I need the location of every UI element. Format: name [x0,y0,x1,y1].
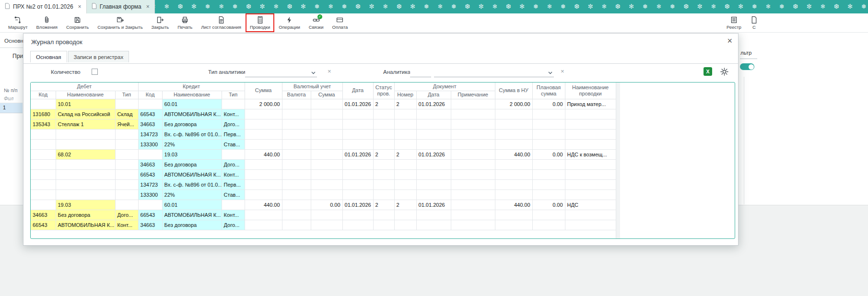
cell-cur_sum[interactable] [311,149,342,159]
cell-doc_date[interactable] [416,129,451,139]
cell-d_code[interactable] [31,189,56,200]
cell-sum[interactable] [245,220,282,230]
cell-cur[interactable] [282,99,311,109]
cell-status[interactable] [373,159,394,169]
cell-cur_sum[interactable] [311,220,342,230]
toolbar-button-registry[interactable]: Реестр [722,13,746,32]
cell-doc_note[interactable] [451,109,495,119]
cell-c_type[interactable]: Перв... [222,179,245,189]
cell-d_code[interactable] [31,159,56,169]
cell-sum[interactable]: 2 000.00 [245,99,282,109]
cell-c_code[interactable]: 66543 [138,109,162,119]
cell-d_type[interactable]: Дого... [115,210,138,220]
cell-sum_nu[interactable] [495,109,532,119]
cell-sum_nu[interactable] [495,119,532,129]
toolbar-button-document[interactable]: С [746,13,762,32]
cell-status[interactable] [373,210,394,220]
cell-doc_date[interactable]: 01.01.2026 [416,149,451,159]
cell-c_type[interactable]: Дого... [222,220,245,230]
cell-d_type[interactable] [115,99,138,109]
cell-name[interactable] [565,119,616,129]
cell-d_type[interactable]: Конт... [115,220,138,230]
toolbar-button-postings[interactable]: Проводки [246,13,274,32]
toolbar-button-print[interactable]: Печать [173,13,197,32]
cell-doc_note[interactable] [451,149,495,159]
analytics-code-input[interactable] [410,68,431,77]
posting-row[interactable]: 131680Склад на РоссийскойСклад66543АВТОМ… [31,109,616,119]
posting-row[interactable]: 66543АВТОМОБИЛЬНАЯ К...Конт... [31,169,616,179]
cell-plan_sum[interactable] [532,139,565,149]
cell-name[interactable] [565,220,616,230]
posting-row[interactable]: 34663Без договораДого... [31,159,616,169]
cell-status[interactable] [373,109,394,119]
cell-cur[interactable] [282,210,311,220]
cell-c_name[interactable]: 60.01 [162,99,222,109]
cell-name[interactable] [565,210,616,220]
cell-date[interactable] [342,220,373,230]
cell-c_type[interactable]: Дого... [222,119,245,129]
cell-sum[interactable]: 440.00 [245,149,282,159]
background-selected-row[interactable]: 1 [0,103,23,113]
cell-d_code[interactable] [31,99,56,109]
cell-plan_sum[interactable]: 0.00 [532,99,565,109]
cell-cur_sum[interactable] [311,129,342,139]
cell-d_type[interactable] [115,159,138,169]
cell-c_name[interactable]: АВТОМОБИЛЬНАЯ К... [162,169,222,179]
cell-status[interactable] [373,119,394,129]
cell-doc_date[interactable] [416,109,451,119]
cell-cur[interactable] [282,149,311,159]
cell-sum[interactable] [245,169,282,179]
cell-doc_num[interactable] [394,179,416,189]
cell-d_name[interactable] [56,169,115,179]
cell-c_code[interactable]: 66543 [138,210,162,220]
posting-row[interactable]: 19.0360.01440.000.0001.01.20262201.01.20… [31,200,616,210]
cell-plan_sum[interactable] [532,119,565,129]
cell-sum[interactable] [245,210,282,220]
cell-cur[interactable] [282,189,311,200]
cell-c_name[interactable]: АВТОМОБИЛЬНАЯ К... [162,210,222,220]
cell-doc_num[interactable] [394,159,416,169]
toolbar-button-save-close[interactable]: Сохранить и Закрыть [93,13,147,32]
cell-d_type[interactable] [115,139,138,149]
cell-sum_nu[interactable] [495,210,532,220]
cell-doc_note[interactable] [451,129,495,139]
dialog-close-icon[interactable]: × [727,36,732,46]
vertical-scrollbar[interactable] [616,83,620,238]
cell-c_type[interactable]: Перв... [222,129,245,139]
cell-cur_sum[interactable]: 0.00 [311,200,342,210]
cell-d_name[interactable] [56,129,115,139]
cell-d_name[interactable]: 10.01 [56,99,115,109]
toolbar-button-save[interactable]: Сохранить [62,13,93,32]
cell-c_name[interactable]: Без договора [162,220,222,230]
cell-d_type[interactable]: Склад [115,109,138,119]
cell-c_name[interactable]: Без договора [162,159,222,169]
cell-d_name[interactable]: 19.03 [56,200,115,210]
quantity-checkbox[interactable] [92,69,98,75]
cell-plan_sum[interactable] [532,109,565,119]
cell-doc_date[interactable] [416,119,451,129]
cell-doc_num[interactable] [394,169,416,179]
cell-status[interactable] [373,179,394,189]
cell-c_type[interactable] [222,200,245,210]
cell-doc_num[interactable] [394,119,416,129]
cell-status[interactable] [373,189,394,200]
cell-doc_date[interactable] [416,159,451,169]
cell-d_code[interactable] [31,179,56,189]
cell-sum[interactable] [245,139,282,149]
cell-cur[interactable] [282,169,311,179]
cell-doc_note[interactable] [451,139,495,149]
cell-plan_sum[interactable] [532,169,565,179]
window-tab-main-form[interactable]: Главная форма × [87,0,155,13]
posting-row[interactable]: 134723Вх. с-ф. №896 от 01.0...Перв... [31,129,616,139]
toolbar-button-payment[interactable]: Оплата [328,13,352,32]
cell-c_code[interactable]: 133300 [138,189,162,200]
cell-cur[interactable] [282,220,311,230]
cell-plan_sum[interactable] [532,159,565,169]
cell-c_type[interactable] [222,149,245,159]
cell-c_name[interactable]: Без договора [162,119,222,129]
cell-c_code[interactable]: 66543 [138,169,162,179]
cell-c_code[interactable]: 134723 [138,179,162,189]
cell-cur_sum[interactable] [311,179,342,189]
cell-status[interactable]: 2 [373,149,394,159]
cell-c_name[interactable]: 22% [162,139,222,149]
